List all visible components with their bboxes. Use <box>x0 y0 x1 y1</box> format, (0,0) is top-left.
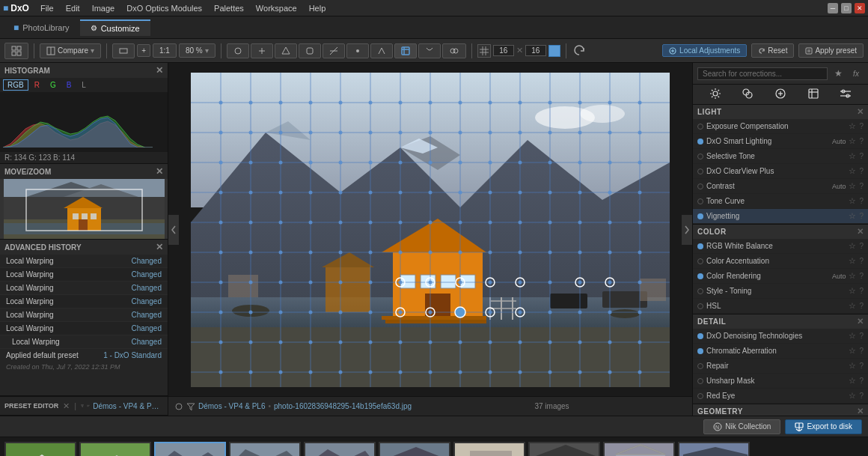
vignetting-star[interactable]: ☆ <box>849 211 856 221</box>
correction-clearview[interactable]: DxO ClearView Plus ☆ ? <box>693 164 868 179</box>
correction-exposure[interactable]: Exposure Compensation ☆ ? <box>693 119 868 134</box>
chromatic-help[interactable]: ? <box>859 347 864 355</box>
hsl-help[interactable]: ? <box>859 302 864 310</box>
correction-repair[interactable]: Repair ☆ ? <box>693 359 868 374</box>
histogram-tab-l[interactable]: L <box>77 79 91 91</box>
color-section-close[interactable]: ✕ <box>857 227 864 237</box>
histogram-tab-g[interactable]: G <box>46 79 61 91</box>
tools-btn3[interactable] <box>275 43 297 58</box>
color-rendering-star[interactable]: ☆ <box>849 271 856 281</box>
correction-style-toning[interactable]: Style - Toning ☆ ? <box>693 284 868 299</box>
menu-image[interactable]: Image <box>87 2 120 14</box>
compare-btn[interactable]: Compare ▾ <box>40 43 101 58</box>
vignetting-help[interactable]: ? <box>859 212 864 220</box>
correction-contrast[interactable]: Contrast Auto ☆ ? <box>693 179 868 194</box>
filmstrip-thumb-4[interactable] <box>229 442 301 457</box>
history-close-icon[interactable]: ✕ <box>156 242 163 252</box>
white-balance-help[interactable]: ? <box>859 242 864 250</box>
contrast-star[interactable]: ☆ <box>849 181 856 191</box>
repair-star[interactable]: ☆ <box>849 361 856 371</box>
star-filter-btn[interactable]: ★ <box>831 66 846 81</box>
selective-tone-star[interactable]: ☆ <box>849 151 856 161</box>
denoising-star[interactable]: ☆ <box>849 331 856 341</box>
menu-workspace[interactable]: Workspace <box>251 2 302 14</box>
search-corrections-input[interactable] <box>697 67 828 80</box>
smart-lighting-star[interactable]: ☆ <box>849 136 856 146</box>
histogram-close-icon[interactable]: ✕ <box>156 65 163 76</box>
light-section-close[interactable]: ✕ <box>857 107 864 117</box>
filmstrip-thumb-1[interactable] <box>4 442 76 457</box>
apply-preset-btn[interactable]: Apply preset <box>798 43 864 58</box>
red-eye-star[interactable]: ☆ <box>849 391 856 401</box>
expand-left-btn[interactable] <box>168 215 179 245</box>
exposure-star[interactable]: ☆ <box>849 121 856 131</box>
filmstrip-thumb-7[interactable] <box>453 442 525 457</box>
preset-editor-close[interactable]: ✕ <box>63 401 70 411</box>
tools-btn4[interactable] <box>299 43 321 58</box>
filmstrip-thumb-6[interactable] <box>379 442 450 457</box>
filmstrip-thumb-2[interactable] <box>79 442 151 457</box>
filmstrip-thumb-5[interactable] <box>304 442 376 457</box>
rotate-icon[interactable] <box>573 44 585 58</box>
correction-denoising[interactable]: DxO Denoising Technologies ☆ ? <box>693 329 868 344</box>
exposure-help[interactable]: ? <box>859 122 864 130</box>
zoom-fit-btn[interactable] <box>112 43 135 58</box>
menu-dxo-optics[interactable]: DxO Optics Modules <box>121 2 207 14</box>
repair-help[interactable]: ? <box>859 362 864 370</box>
red-eye-help[interactable]: ? <box>859 392 864 400</box>
maximize-btn[interactable]: □ <box>841 3 852 13</box>
contrast-help[interactable]: ? <box>859 182 864 190</box>
history-item-5[interactable]: Local Warping Changed <box>0 308 168 322</box>
tools-btn6[interactable] <box>346 43 369 58</box>
style-toning-help[interactable]: ? <box>859 287 864 295</box>
tone-curve-star[interactable]: ☆ <box>849 196 856 206</box>
tab-photolibrary[interactable]: ■ PhotoLibrary <box>3 19 80 36</box>
tools-btn5[interactable] <box>323 43 345 58</box>
tools-btn1[interactable] <box>227 43 249 58</box>
correction-unsharp[interactable]: Unsharp Mask ☆ ? <box>693 374 868 389</box>
filmstrip-thumb-8[interactable] <box>528 442 600 457</box>
grid-x-input[interactable] <box>493 45 514 56</box>
correction-hsl[interactable]: HSL ☆ ? <box>693 299 868 314</box>
minimize-btn[interactable]: ─ <box>828 3 838 13</box>
unsharp-help[interactable]: ? <box>859 377 864 385</box>
correction-tone-curve[interactable]: Tone Curve ☆ ? <box>693 194 868 209</box>
tab-customize[interactable]: ⚙ Customize <box>80 19 150 36</box>
tone-curve-help[interactable]: ? <box>859 197 864 205</box>
tools-btn2[interactable] <box>251 43 273 58</box>
selective-tone-help[interactable]: ? <box>859 152 864 160</box>
grid-toggle-btn[interactable] <box>4 43 28 59</box>
unsharp-star[interactable]: ☆ <box>849 376 856 386</box>
color-accentuation-help[interactable]: ? <box>859 257 864 265</box>
tools-btn9[interactable] <box>418 43 441 58</box>
light-icon[interactable] <box>709 88 721 101</box>
export-disk-btn[interactable]: Export to disk <box>785 419 862 434</box>
menu-help[interactable]: Help <box>304 2 331 14</box>
detail-icon[interactable] <box>774 88 786 101</box>
smart-lighting-help[interactable]: ? <box>859 137 864 145</box>
menu-palettes[interactable]: Palettes <box>209 2 249 14</box>
white-balance-star[interactable]: ☆ <box>849 241 856 251</box>
correction-chromatic[interactable]: Chromatic Aberration ☆ ? <box>693 344 868 359</box>
history-item-7[interactable]: Local Warping Changed <box>0 335 168 349</box>
detail-section-close[interactable]: ✕ <box>857 317 864 326</box>
expand-right-btn[interactable] <box>682 215 692 245</box>
grid-y-input[interactable] <box>525 45 546 56</box>
correction-smart-lighting[interactable]: DxO Smart Lighting Auto ☆ ? <box>693 134 868 149</box>
filmstrip-thumb-9[interactable] <box>603 442 675 457</box>
geometry-icon[interactable] <box>807 88 819 101</box>
fx-btn[interactable]: fx <box>849 66 864 81</box>
zoom-plus-btn[interactable]: + <box>137 44 150 57</box>
clearview-star[interactable]: ☆ <box>849 166 856 176</box>
hsl-star[interactable]: ☆ <box>849 301 856 311</box>
color-accentuation-star[interactable]: ☆ <box>849 256 856 266</box>
correction-white-balance[interactable]: RGB White Balance ☆ ? <box>693 239 868 254</box>
menu-file[interactable]: File <box>35 2 59 14</box>
geometry-section-close[interactable]: ✕ <box>857 407 864 416</box>
menu-edit[interactable]: Edit <box>61 2 85 14</box>
history-item-4[interactable]: Local Warping Changed <box>0 295 168 308</box>
grid-color-swatch[interactable] <box>548 45 560 57</box>
main-image[interactable] <box>191 73 670 387</box>
chromatic-star[interactable]: ☆ <box>849 346 856 356</box>
correction-vignetting[interactable]: Vignetting ☆ ? <box>693 209 868 224</box>
